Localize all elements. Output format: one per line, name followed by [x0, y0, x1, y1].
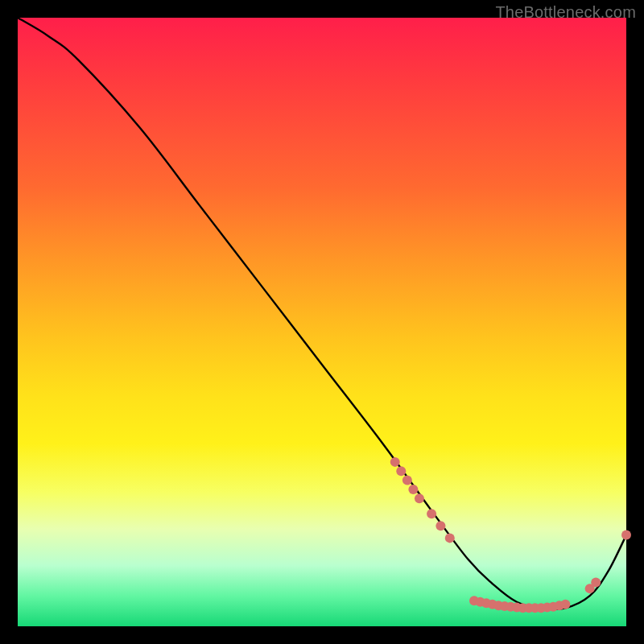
data-point [408, 485, 418, 494]
plot-area [18, 18, 626, 626]
data-point [591, 578, 601, 588]
watermark-text: TheBottleneck.com [495, 3, 636, 22]
data-point [427, 509, 436, 518]
chart-stage: TheBottleneck.com [0, 0, 644, 644]
bottleneck-curve [18, 18, 626, 609]
data-point [396, 466, 406, 476]
data-point [436, 521, 445, 530]
data-point [415, 493, 424, 503]
data-point [621, 530, 631, 540]
data-point [390, 457, 400, 467]
data-point [402, 476, 412, 485]
data-point [560, 600, 570, 609]
data-point [445, 533, 455, 543]
chart-svg [18, 18, 626, 626]
